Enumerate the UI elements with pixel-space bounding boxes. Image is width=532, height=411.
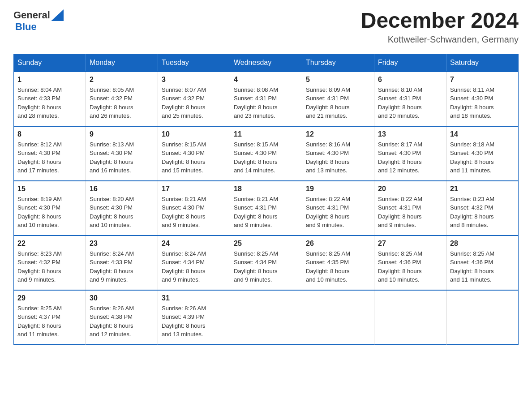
day-info: Sunrise: 8:05 AM Sunset: 4:32 PM Dayligh… xyxy=(90,86,154,120)
day-info: Sunrise: 8:12 AM Sunset: 4:30 PM Dayligh… xyxy=(17,140,82,175)
day-number: 10 xyxy=(162,130,226,138)
day-info: Sunrise: 8:24 AM Sunset: 4:33 PM Dayligh… xyxy=(90,249,154,284)
day-of-week-header: Wednesday xyxy=(230,54,302,72)
day-number: 25 xyxy=(234,240,298,248)
day-number: 8 xyxy=(17,130,82,138)
day-info: Sunrise: 8:10 AM Sunset: 4:31 PM Dayligh… xyxy=(378,86,442,120)
day-of-week-header: Friday xyxy=(374,54,446,72)
day-info: Sunrise: 8:25 AM Sunset: 4:35 PM Dayligh… xyxy=(306,249,370,284)
calendar-day-cell: 30 Sunrise: 8:26 AM Sunset: 4:38 PM Dayl… xyxy=(86,290,158,345)
day-number: 23 xyxy=(90,240,154,248)
logo-text-general: General xyxy=(13,10,50,21)
day-number: 19 xyxy=(306,185,370,193)
day-number: 29 xyxy=(17,294,82,302)
day-info: Sunrise: 8:15 AM Sunset: 4:30 PM Dayligh… xyxy=(162,140,226,175)
calendar-day-cell xyxy=(374,290,446,345)
page-header: General Blue December 2024 Kottweiler-Sc… xyxy=(13,9,519,45)
calendar-day-cell: 11 Sunrise: 8:15 AM Sunset: 4:30 PM Dayl… xyxy=(230,126,302,181)
day-info: Sunrise: 8:21 AM Sunset: 4:31 PM Dayligh… xyxy=(234,195,298,230)
day-number: 7 xyxy=(450,76,515,84)
day-number: 5 xyxy=(306,76,370,84)
calendar-day-cell: 17 Sunrise: 8:21 AM Sunset: 4:30 PM Dayl… xyxy=(158,181,230,235)
day-info: Sunrise: 8:09 AM Sunset: 4:31 PM Dayligh… xyxy=(306,86,370,120)
day-info: Sunrise: 8:16 AM Sunset: 4:30 PM Dayligh… xyxy=(306,140,370,175)
day-number: 12 xyxy=(306,130,370,138)
calendar-day-cell: 2 Sunrise: 8:05 AM Sunset: 4:32 PM Dayli… xyxy=(86,72,158,126)
calendar-day-cell: 10 Sunrise: 8:15 AM Sunset: 4:30 PM Dayl… xyxy=(158,126,230,181)
day-info: Sunrise: 8:23 AM Sunset: 4:32 PM Dayligh… xyxy=(450,195,515,230)
day-number: 4 xyxy=(234,76,298,84)
calendar-day-cell: 4 Sunrise: 8:08 AM Sunset: 4:31 PM Dayli… xyxy=(230,72,302,126)
day-number: 15 xyxy=(17,185,82,193)
day-info: Sunrise: 8:04 AM Sunset: 4:33 PM Dayligh… xyxy=(17,86,82,120)
calendar-day-cell: 27 Sunrise: 8:25 AM Sunset: 4:36 PM Dayl… xyxy=(374,235,446,290)
calendar-header-row: SundayMondayTuesdayWednesdayThursdayFrid… xyxy=(14,54,519,72)
day-number: 26 xyxy=(306,240,370,248)
logo-text-blue: Blue xyxy=(15,21,37,32)
day-info: Sunrise: 8:22 AM Sunset: 4:31 PM Dayligh… xyxy=(306,195,370,230)
calendar-day-cell: 24 Sunrise: 8:24 AM Sunset: 4:34 PM Dayl… xyxy=(158,235,230,290)
day-info: Sunrise: 8:25 AM Sunset: 4:37 PM Dayligh… xyxy=(17,304,82,339)
day-info: Sunrise: 8:22 AM Sunset: 4:31 PM Dayligh… xyxy=(378,195,442,230)
day-number: 22 xyxy=(17,240,82,248)
day-number: 16 xyxy=(90,185,154,193)
day-info: Sunrise: 8:24 AM Sunset: 4:34 PM Dayligh… xyxy=(162,249,226,284)
calendar-day-cell: 22 Sunrise: 8:23 AM Sunset: 4:32 PM Dayl… xyxy=(14,235,86,290)
day-info: Sunrise: 8:25 AM Sunset: 4:36 PM Dayligh… xyxy=(378,249,442,284)
month-title: December 2024 xyxy=(361,9,519,33)
calendar-day-cell xyxy=(230,290,302,345)
calendar-day-cell: 18 Sunrise: 8:21 AM Sunset: 4:31 PM Dayl… xyxy=(230,181,302,235)
day-info: Sunrise: 8:18 AM Sunset: 4:30 PM Dayligh… xyxy=(450,140,515,175)
title-block: December 2024 Kottweiler-Schwanden, Germ… xyxy=(361,9,519,45)
calendar-day-cell: 3 Sunrise: 8:07 AM Sunset: 4:32 PM Dayli… xyxy=(158,72,230,126)
day-of-week-header: Monday xyxy=(86,54,158,72)
day-info: Sunrise: 8:23 AM Sunset: 4:32 PM Dayligh… xyxy=(17,249,82,284)
day-info: Sunrise: 8:15 AM Sunset: 4:30 PM Dayligh… xyxy=(234,140,298,175)
logo-triangle-icon xyxy=(51,9,64,21)
calendar-day-cell: 25 Sunrise: 8:25 AM Sunset: 4:34 PM Dayl… xyxy=(230,235,302,290)
calendar-day-cell: 29 Sunrise: 8:25 AM Sunset: 4:37 PM Dayl… xyxy=(14,290,86,345)
calendar-week-row: 8 Sunrise: 8:12 AM Sunset: 4:30 PM Dayli… xyxy=(14,126,519,181)
day-number: 30 xyxy=(90,294,154,302)
logo: General Blue xyxy=(13,9,64,32)
calendar-week-row: 29 Sunrise: 8:25 AM Sunset: 4:37 PM Dayl… xyxy=(14,290,519,345)
calendar-day-cell: 14 Sunrise: 8:18 AM Sunset: 4:30 PM Dayl… xyxy=(446,126,519,181)
calendar-day-cell: 5 Sunrise: 8:09 AM Sunset: 4:31 PM Dayli… xyxy=(302,72,374,126)
svg-marker-0 xyxy=(51,9,64,21)
calendar-day-cell: 8 Sunrise: 8:12 AM Sunset: 4:30 PM Dayli… xyxy=(14,126,86,181)
calendar-day-cell xyxy=(446,290,519,345)
calendar-day-cell: 12 Sunrise: 8:16 AM Sunset: 4:30 PM Dayl… xyxy=(302,126,374,181)
calendar-day-cell: 20 Sunrise: 8:22 AM Sunset: 4:31 PM Dayl… xyxy=(374,181,446,235)
calendar-day-cell: 21 Sunrise: 8:23 AM Sunset: 4:32 PM Dayl… xyxy=(446,181,519,235)
day-info: Sunrise: 8:17 AM Sunset: 4:30 PM Dayligh… xyxy=(378,140,442,175)
calendar-day-cell: 13 Sunrise: 8:17 AM Sunset: 4:30 PM Dayl… xyxy=(374,126,446,181)
calendar-week-row: 1 Sunrise: 8:04 AM Sunset: 4:33 PM Dayli… xyxy=(14,72,519,126)
day-info: Sunrise: 8:26 AM Sunset: 4:39 PM Dayligh… xyxy=(162,304,226,339)
day-number: 2 xyxy=(90,76,154,84)
day-info: Sunrise: 8:11 AM Sunset: 4:30 PM Dayligh… xyxy=(450,86,515,120)
calendar-day-cell: 28 Sunrise: 8:25 AM Sunset: 4:36 PM Dayl… xyxy=(446,235,519,290)
day-number: 31 xyxy=(162,294,226,302)
day-number: 18 xyxy=(234,185,298,193)
day-info: Sunrise: 8:25 AM Sunset: 4:34 PM Dayligh… xyxy=(234,249,298,284)
calendar-day-cell: 23 Sunrise: 8:24 AM Sunset: 4:33 PM Dayl… xyxy=(86,235,158,290)
day-info: Sunrise: 8:21 AM Sunset: 4:30 PM Dayligh… xyxy=(162,195,226,230)
day-info: Sunrise: 8:25 AM Sunset: 4:36 PM Dayligh… xyxy=(450,249,515,284)
day-number: 20 xyxy=(378,185,442,193)
day-number: 28 xyxy=(450,240,515,248)
day-info: Sunrise: 8:13 AM Sunset: 4:30 PM Dayligh… xyxy=(90,140,154,175)
calendar-day-cell: 15 Sunrise: 8:19 AM Sunset: 4:30 PM Dayl… xyxy=(14,181,86,235)
day-number: 17 xyxy=(162,185,226,193)
day-number: 24 xyxy=(162,240,226,248)
location-text: Kottweiler-Schwanden, Germany xyxy=(361,34,519,45)
day-of-week-header: Tuesday xyxy=(158,54,230,72)
calendar-day-cell: 1 Sunrise: 8:04 AM Sunset: 4:33 PM Dayli… xyxy=(14,72,86,126)
calendar-week-row: 15 Sunrise: 8:19 AM Sunset: 4:30 PM Dayl… xyxy=(14,181,519,235)
day-info: Sunrise: 8:26 AM Sunset: 4:38 PM Dayligh… xyxy=(90,304,154,339)
calendar-day-cell: 19 Sunrise: 8:22 AM Sunset: 4:31 PM Dayl… xyxy=(302,181,374,235)
day-number: 27 xyxy=(378,240,442,248)
day-info: Sunrise: 8:20 AM Sunset: 4:30 PM Dayligh… xyxy=(90,195,154,230)
day-info: Sunrise: 8:08 AM Sunset: 4:31 PM Dayligh… xyxy=(234,86,298,120)
calendar-day-cell: 31 Sunrise: 8:26 AM Sunset: 4:39 PM Dayl… xyxy=(158,290,230,345)
calendar-day-cell: 7 Sunrise: 8:11 AM Sunset: 4:30 PM Dayli… xyxy=(446,72,519,126)
